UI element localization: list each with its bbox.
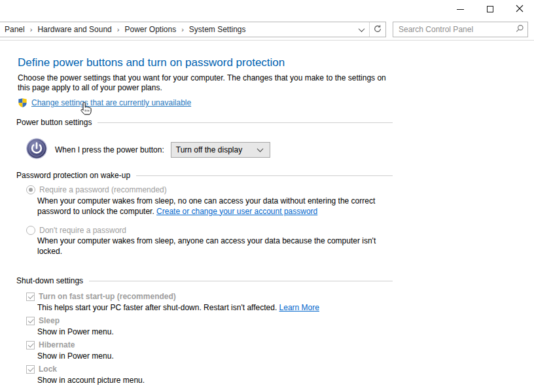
- lock-label: Lock: [39, 365, 57, 374]
- breadcrumb-item-system-settings[interactable]: System Settings: [187, 23, 249, 36]
- maximize-icon: [487, 6, 493, 12]
- address-bar: Panel › Hardware and Sound › Power Optio…: [0, 22, 386, 37]
- page-title: Define power buttons and turn on passwor…: [18, 56, 285, 69]
- maximize-button[interactable]: [475, 0, 505, 18]
- minimize-icon: [457, 9, 464, 10]
- description-text: This helps start your PC faster after sh…: [37, 303, 279, 312]
- section-rule: [89, 281, 393, 281]
- no-password-description: When your computer wakes from sleep, any…: [37, 236, 388, 257]
- power-button-row: When I press the power button: Turn off …: [26, 138, 270, 161]
- change-settings-link[interactable]: Change settings that are currently unava…: [31, 98, 191, 107]
- chevron-down-icon: [358, 26, 365, 32]
- section-rule: [98, 122, 393, 123]
- uac-shield-icon: [18, 98, 27, 108]
- sleep-option: Sleep: [26, 316, 60, 325]
- sleep-description: Show in Power menu.: [37, 327, 388, 338]
- hibernate-checkbox[interactable]: [26, 341, 35, 349]
- no-password-option: Don't require a password: [26, 226, 126, 235]
- no-password-radio[interactable]: [26, 226, 35, 235]
- admin-link-row: Change settings that are currently unava…: [18, 98, 191, 108]
- lock-checkbox[interactable]: [26, 365, 35, 374]
- title-bar: [0, 0, 534, 18]
- intro-text: Choose the power settings that you want …: [18, 73, 394, 93]
- breadcrumb-item-panel[interactable]: Panel: [2, 23, 27, 36]
- section-heading: Shut-down settings: [16, 276, 89, 285]
- search-icon: [515, 24, 524, 35]
- breadcrumb: Panel › Hardware and Sound › Power Optio…: [0, 23, 353, 36]
- require-password-label: Require a password (recommended): [39, 185, 167, 194]
- breadcrumb-item-hardware-and-sound[interactable]: Hardware and Sound: [35, 23, 114, 36]
- dropdown-selected-value: Turn off the display: [171, 145, 258, 154]
- lock-description: Show in account picture menu.: [37, 376, 388, 386]
- sleep-label: Sleep: [39, 316, 60, 325]
- navigation-toolbar: Panel › Hardware and Sound › Power Optio…: [0, 18, 534, 41]
- require-password-option: Require a password (recommended): [26, 185, 167, 194]
- breadcrumb-separator: ›: [27, 26, 35, 33]
- no-password-label: Don't require a password: [39, 226, 126, 235]
- fast-startup-label: Turn on fast start-up (recommended): [39, 292, 176, 301]
- minimize-button[interactable]: [446, 0, 475, 18]
- refresh-icon: [373, 24, 382, 35]
- section-shutdown-settings: Shut-down settings: [16, 276, 393, 285]
- power-button-icon: [26, 138, 47, 161]
- search-input[interactable]: [393, 25, 512, 34]
- hibernate-description: Show in Power menu.: [37, 351, 388, 362]
- search-button[interactable]: [512, 22, 527, 37]
- power-action-dropdown[interactable]: Turn off the display: [171, 142, 270, 158]
- close-button[interactable]: [505, 0, 534, 18]
- window-controls: [446, 0, 534, 18]
- address-dropdown-button[interactable]: [353, 22, 369, 37]
- fast-startup-description: This helps start your PC faster after sh…: [37, 303, 388, 313]
- lock-option: Lock: [26, 365, 57, 374]
- require-password-description: When your computer wakes from sleep, no …: [37, 196, 388, 217]
- sleep-checkbox[interactable]: [26, 317, 35, 325]
- chevron-down-icon: [257, 145, 263, 152]
- power-button-label: When I press the power button:: [55, 145, 164, 154]
- hibernate-label: Hibernate: [39, 340, 75, 349]
- section-password-protection: Password protection on wake-up: [16, 171, 393, 180]
- section-power-button-settings: Power button settings: [16, 118, 393, 127]
- fast-startup-option: Turn on fast start-up (recommended): [26, 292, 176, 301]
- change-account-password-link[interactable]: Create or change your user account passw…: [156, 207, 317, 216]
- search-box: [393, 22, 528, 37]
- breadcrumb-separator: ›: [115, 26, 122, 33]
- refresh-button[interactable]: [370, 22, 385, 37]
- breadcrumb-item-power-options[interactable]: Power Options: [122, 23, 179, 36]
- fast-startup-checkbox[interactable]: [26, 293, 35, 301]
- hibernate-option: Hibernate: [26, 340, 75, 349]
- breadcrumb-separator: ›: [179, 26, 187, 33]
- require-password-radio[interactable]: [26, 185, 35, 194]
- control-panel-window: Panel › Hardware and Sound › Power Optio…: [0, 0, 534, 392]
- settings-page: Define power buttons and turn on passwor…: [0, 41, 534, 392]
- section-heading: Power button settings: [16, 118, 98, 127]
- close-icon: [516, 5, 524, 14]
- section-rule: [136, 175, 393, 176]
- mouse-cursor-hand-icon: [78, 101, 92, 116]
- learn-more-link[interactable]: Learn More: [279, 303, 319, 312]
- section-heading: Password protection on wake-up: [16, 171, 136, 180]
